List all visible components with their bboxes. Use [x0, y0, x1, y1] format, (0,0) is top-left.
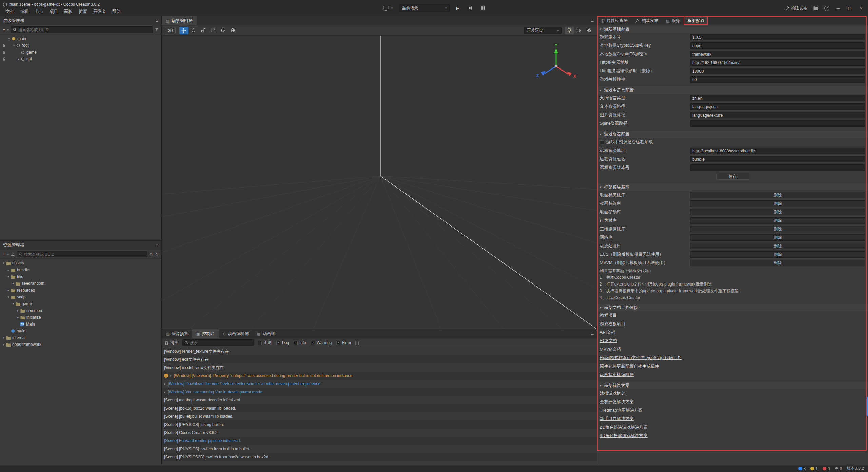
console-filter-info[interactable]: ✓Info — [294, 340, 306, 345]
asset-node[interactable]: ▸initialize — [1, 314, 161, 321]
delete-module-button[interactable]: 删除 — [690, 226, 865, 232]
console-log-row[interactable]: !▸[Window] [Vue warn]: Property "onInput… — [162, 372, 597, 380]
scene-settings-button[interactable] — [585, 27, 593, 34]
filter-checkbox[interactable]: ✓ — [311, 341, 315, 345]
collapse-arrow-icon[interactable]: ▾ — [600, 88, 602, 92]
console-log-row[interactable]: [Scene] Forward render pipeline initiali… — [162, 437, 597, 445]
section-header[interactable]: ▾框架解决方案 — [597, 382, 868, 389]
tree-expand-arrow-icon[interactable]: ▸ — [16, 309, 20, 312]
console-log-row[interactable]: [Scene] meshopt wasm decoder initialized — [162, 396, 597, 404]
hierarchy-search-input[interactable] — [18, 28, 151, 32]
collapse-arrow-icon[interactable]: ▾ — [600, 27, 602, 31]
field-input[interactable] — [690, 120, 865, 127]
render-mode-select[interactable]: 正常渲染▾ — [524, 27, 562, 34]
doc-link[interactable]: ECS文档 — [600, 338, 617, 344]
asset-node[interactable]: ▸seedrandom — [1, 280, 161, 287]
console-log-row[interactable]: ▸[Window] You are running Vue in develop… — [162, 388, 597, 396]
remote-load-checkbox[interactable] — [600, 140, 604, 144]
console-tab-2[interactable]: ◇动画编辑器 — [219, 329, 253, 338]
menu-item[interactable]: 面板 — [61, 8, 76, 15]
doc-link[interactable]: 全栈开发解决方案 — [600, 399, 634, 405]
assets-refresh-button[interactable]: ↻ — [155, 252, 159, 257]
filter-checkbox[interactable]: ✓ — [276, 341, 280, 345]
notification-count[interactable]: 0 — [835, 466, 842, 471]
delete-module-button[interactable]: 删除 — [690, 200, 865, 207]
inspector-scrollbar-thumb[interactable] — [866, 397, 868, 416]
inspector-tab-service[interactable]: ▤服务 — [662, 16, 684, 25]
console-filter-error[interactable]: ✓Error — [336, 340, 351, 345]
step-button[interactable] — [465, 4, 475, 13]
play-button[interactable]: ▶ — [453, 4, 462, 13]
tree-expand-arrow-icon[interactable]: ▾ — [7, 37, 12, 40]
delete-module-button[interactable]: 删除 — [690, 192, 865, 198]
collapse-arrow-icon[interactable]: ▾ — [600, 185, 602, 189]
console-log-row[interactable]: [Window] ecs文件夹存在 — [162, 355, 597, 363]
menu-item[interactable]: 编辑 — [17, 8, 32, 15]
collapse-arrow-icon[interactable]: ▾ — [600, 384, 602, 387]
inspector-tab-properties[interactable]: ◎属性检查器 — [597, 16, 631, 25]
delete-module-button[interactable]: 删除 — [690, 260, 865, 266]
delete-module-button[interactable]: 删除 — [690, 251, 865, 258]
console-log-row[interactable]: [Window] model_view文件夹存在 — [162, 363, 597, 372]
doc-link[interactable]: 2D角色扮演游戏解决方案 — [600, 425, 648, 430]
menu-item[interactable]: 扩展 — [76, 8, 90, 15]
menu-item[interactable]: 开发者 — [90, 8, 109, 15]
panel-menu-icon[interactable]: ≡ — [591, 16, 597, 25]
asset-node[interactable]: ▾game — [1, 300, 161, 307]
scene-light-toggle[interactable] — [565, 27, 574, 34]
panel-menu-icon[interactable]: ≡ — [156, 18, 158, 23]
tree-expand-arrow-icon[interactable]: ▸ — [6, 289, 11, 292]
log-count-error[interactable]: 0 — [823, 466, 830, 471]
delete-module-button[interactable]: 删除 — [690, 209, 865, 215]
field-input[interactable] — [690, 148, 865, 154]
tab-scene-editor[interactable]: ▤ 场景编辑器 — [162, 16, 197, 25]
lock-icon[interactable] — [1, 57, 7, 61]
console-log-row[interactable]: [Scene] [bullet]:bullet wasm lib loaded. — [162, 412, 597, 420]
assets-filter-button[interactable]: ⇅ — [150, 252, 153, 257]
lock-icon[interactable] — [1, 44, 7, 47]
section-header[interactable]: ▾游戏多语言配置 — [597, 86, 868, 94]
pivot-toggle-button[interactable] — [219, 27, 228, 34]
filter-checkbox[interactable]: ✓ — [294, 341, 298, 345]
hierarchy-filter-button[interactable] — [155, 28, 159, 32]
doc-link[interactable]: Excel格式转Json文件与TypeScript代码工具 — [600, 355, 682, 361]
delete-module-button[interactable]: 删除 — [690, 234, 865, 241]
coordinate-toggle-button[interactable] — [229, 27, 237, 34]
section-header[interactable]: ▾游戏资源配置 — [597, 131, 868, 138]
tree-expand-arrow-icon[interactable]: ▾ — [1, 261, 6, 265]
scale-tool-button[interactable] — [199, 27, 208, 34]
field-input[interactable] — [690, 156, 865, 162]
log-expand-arrow-icon[interactable]: ▸ — [164, 390, 166, 394]
import-asset-button[interactable] — [11, 252, 15, 256]
checkbox-row[interactable]: 游戏中资源是否远程加载 — [597, 138, 868, 146]
delete-module-button[interactable]: 删除 — [690, 217, 865, 224]
assets-search-input[interactable] — [24, 252, 145, 256]
console-log-row[interactable]: [Scene] [PHYSICS]: switch from builtin t… — [162, 445, 597, 453]
tree-expand-arrow-icon[interactable]: ▸ — [1, 343, 6, 346]
field-input[interactable] — [690, 112, 865, 118]
asset-node[interactable]: main — [1, 328, 161, 334]
close-button[interactable]: × — [856, 3, 867, 13]
console-log-row[interactable]: [Scene] Cocos Creator v3.8.2 — [162, 429, 597, 437]
menu-item[interactable]: 节点 — [32, 8, 46, 15]
console-log-row[interactable]: [Scene] [PHYSICS]: using builtin. — [162, 420, 597, 429]
inspector-tab-framework-config[interactable]: 框架配置 — [684, 16, 708, 25]
create-asset-button[interactable]: +▾ — [3, 252, 9, 257]
scene-camera-button[interactable] — [575, 27, 584, 34]
asset-node[interactable]: ▾script — [1, 294, 161, 300]
asset-node[interactable]: ▸internal — [1, 334, 161, 341]
doc-link[interactable]: 3D角色扮演游戏解决方案 — [600, 433, 648, 439]
field-input[interactable] — [690, 164, 865, 171]
console-log-row[interactable]: [Window] render_texture文件夹存在 — [162, 347, 597, 355]
log-expand-arrow-icon[interactable]: ▸ — [164, 382, 166, 386]
asset-node[interactable]: ▸resources — [1, 287, 161, 294]
collapse-arrow-icon[interactable]: ▾ — [600, 306, 602, 309]
log-count-warning[interactable]: 1 — [810, 466, 818, 471]
projection-3d-toggle[interactable]: 3D — [165, 27, 176, 34]
menu-item[interactable]: 文件 — [3, 8, 17, 15]
menu-item[interactable]: 帮助 — [109, 8, 124, 15]
save-button[interactable]: 保存 — [716, 173, 749, 180]
hierarchy-node[interactable]: ▾main — [1, 35, 161, 42]
doc-link[interactable]: 新手引导解决方案 — [600, 416, 634, 422]
console-search-input[interactable] — [190, 341, 252, 345]
